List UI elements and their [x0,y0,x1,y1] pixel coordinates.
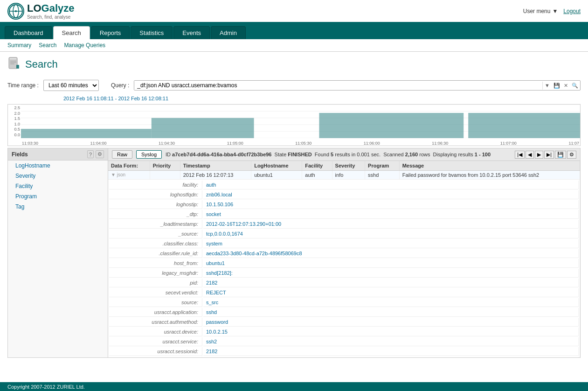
results-settings-btn[interactable]: ⚙ [567,151,576,159]
detail-key: secevt.verdict: [109,288,202,297]
query-search-btn[interactable]: 🔍 [570,82,580,90]
view-raw-btn[interactable]: Raw [112,150,132,159]
fields-config-btn[interactable]: ⚙ [96,150,104,158]
detail-row-usracct-service: usracct.service: ssh2 [109,337,579,346]
detail-key: usracct.service: [109,337,202,346]
detail-val: 2012-02-16T12:07:13.290+01:00 [203,220,579,229]
results-first-btn[interactable]: |◀ [515,151,525,159]
query-save-btn[interactable]: 💾 [552,82,562,90]
detail-val: tcp,0.0.0.0,1674 [203,230,579,238]
detail-key: _source: [109,230,202,238]
svg-rect-5 [10,58,16,59]
tab-reports[interactable]: Reports [91,26,130,39]
query-input[interactable] [134,81,542,90]
detail-row-usracct-authmethod: usracct.authmethod: password [109,318,579,327]
detail-key: pid: [109,279,202,287]
query-dropdown-btn[interactable]: ▼ [543,82,552,89]
results-main: Raw Syslog ID a7ceb7d4-dd6a-416a-bba4-d0… [108,148,581,358]
detail-row-source2: source: s_src [109,298,579,307]
results-table-container[interactable]: Data Form: Priority Timestamp LogHostnam… [108,161,580,357]
field-item-program[interactable]: Program [8,191,108,202]
page-title: Search [25,58,58,70]
detail-key: .classifier.rule_id: [109,249,202,258]
detail-row-loadtimestamp: _loadtimestamp: 2012-02-16T12:07:13.290+… [109,220,579,229]
cell-severity: info [332,171,365,180]
time-range-select[interactable]: Last 60 minutes [43,80,99,91]
results-status: ID a7ceb7d4-dd6a-416a-bba4-d0cf72b3be96 … [166,152,511,157]
tab-statistics[interactable]: Statistics [131,26,173,39]
detail-val: sshd [203,308,579,317]
detail-val: 2182 [203,279,579,287]
detail-val: password [203,318,579,327]
col-timestamp: Timestamp [180,161,251,171]
logo-icon [7,3,24,20]
results-nav: |◀ ◀ ▶ ▶| 💾 ⚙ [515,151,576,159]
fields-header-actions: ? ⚙ [87,150,104,158]
detail-key: _loadtimestamp: [109,220,202,229]
footer: Copyright 2007-2012 ZURIEL Ltd. [0,382,588,391]
sub-nav-manage-queries[interactable]: Manage Queries [64,42,105,49]
page-icon [7,56,21,72]
col-facility: Facility [302,161,332,171]
results-prev-btn[interactable]: ◀ [526,151,534,159]
sub-nav-search[interactable]: Search [39,42,56,49]
svg-rect-18 [319,113,463,138]
cell-loghostname: ubuntu1 [251,171,302,180]
detail-row-loghostfqdn: loghostfqdn: znb06.local [109,190,579,199]
svg-point-3 [15,10,17,12]
detail-key: .classifier.class: [109,239,202,248]
cell-message: Failed password for bvamos from 10.0.2.1… [399,171,580,180]
detail-val: REJECT [203,288,579,297]
fields-help-btn[interactable]: ? [87,150,94,158]
detail-row-pid: pid: 2182 [109,279,579,287]
query-label: Query : [111,82,129,89]
user-menu-button[interactable]: User menu ▼ [523,8,558,14]
table-header-row: Data Form: Priority Timestamp LogHostnam… [108,161,580,171]
tab-events[interactable]: Events [173,26,210,39]
field-item-severity[interactable]: Severity [8,171,108,181]
query-actions: ▼ 💾 ✕ 🔍 [542,82,580,90]
field-item-loghostname[interactable]: LogHostname [8,161,108,171]
detail-val: socket [203,210,579,219]
detail-key: usracct.authmethod: [109,318,202,327]
tab-search[interactable]: Search [53,26,90,39]
results-table: Data Form: Priority Timestamp LogHostnam… [108,161,580,357]
col-severity: Severity [332,161,365,171]
tab-dashboard[interactable]: Dashboard [5,26,52,39]
cell-expand-icon[interactable]: ▼ json [108,171,150,180]
logo-text: LOGalyze [27,2,75,14]
detail-row-usracct-type: usracct.type: login [109,357,579,357]
view-syslog-btn[interactable]: Syslog [136,150,162,159]
logout-button[interactable]: Logout [563,8,581,14]
query-bar: Time range : Last 60 minutes Query : ▼ 💾… [7,77,581,94]
detail-val: auth [203,181,579,189]
chevron-down-icon: ▼ [552,8,558,14]
user-menu-label: User menu [523,8,551,14]
detail-table: facility: auth loghostfqdn: znb06.local … [108,180,580,357]
detail-key: usracct.sessionid: [109,347,202,356]
cell-facility: auth [302,171,332,180]
query-clear-btn[interactable]: ✕ [562,82,570,90]
field-item-facility[interactable]: Facility [8,181,108,191]
detail-val: ssh2 [203,337,579,346]
sub-nav-summary[interactable]: Summary [7,42,31,49]
detail-val: aecda233-3d80-48cd-a72b-4896f58069c8 [203,249,579,258]
detail-row-loghostip: loghostip: 10.1.50.106 [109,200,579,209]
detail-val: sshd[2182]: [203,269,579,278]
detail-val: system [203,239,579,248]
date-range-info: 2012 Feb 16 11:08:11 - 2012 Feb 16 12:08… [63,96,581,101]
table-row[interactable]: ▼ json 2012 Feb 16 12:07:13 ubuntu1 auth… [108,171,580,180]
detail-key: usracct.type: [109,357,202,357]
detail-row: facility: auth loghostfqdn: znb06.local … [108,180,580,358]
tab-admin[interactable]: Admin [211,26,246,39]
detail-key: facility: [109,181,202,189]
detail-row-classifier-class: .classifier.class: system [109,239,579,248]
footer-text: Copyright 2007-2012 ZURIEL Ltd. [7,384,85,390]
page-content: Search Time range : Last 60 minutes Quer… [0,52,588,382]
time-range-label: Time range : [7,82,39,89]
col-data-format: Data Form: [108,161,150,171]
field-item-tag[interactable]: Tag [8,202,108,212]
results-next-btn[interactable]: ▶ [535,151,543,159]
results-save-btn[interactable]: 💾 [555,151,566,159]
results-last-btn[interactable]: ▶| [544,151,554,159]
